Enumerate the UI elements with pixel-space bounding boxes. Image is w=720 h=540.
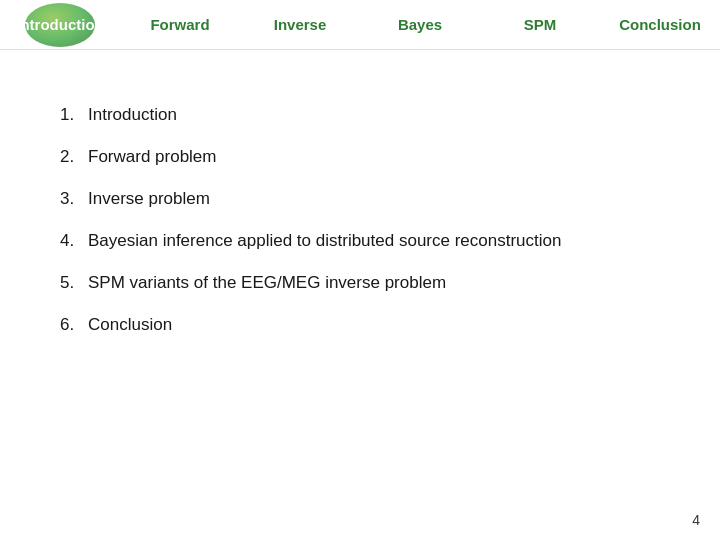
list-item: Inverse problem xyxy=(60,189,660,209)
list-item-text: SPM variants of the EEG/MEG inverse prob… xyxy=(88,273,446,293)
list-item: Introduction xyxy=(60,105,660,125)
page-number: 4 xyxy=(692,512,700,528)
main-content: Introduction Forward problem Inverse pro… xyxy=(0,50,720,377)
outline-list: Introduction Forward problem Inverse pro… xyxy=(60,105,660,335)
list-item-text: Bayesian inference applied to distribute… xyxy=(88,231,561,251)
list-item: Forward problem xyxy=(60,147,660,167)
nav-label-spm: SPM xyxy=(524,16,557,33)
nav-label-forward: Forward xyxy=(150,16,209,33)
nav-label-conclusion: Conclusion xyxy=(619,16,701,33)
navigation-bar: Introduction Forward Inverse Bayes SPM C… xyxy=(0,0,720,50)
nav-item-introduction[interactable]: Introduction xyxy=(0,0,120,49)
list-item: Bayesian inference applied to distribute… xyxy=(60,231,660,251)
list-item-text: Inverse problem xyxy=(88,189,210,209)
list-item: Conclusion xyxy=(60,315,660,335)
nav-item-spm[interactable]: SPM xyxy=(480,0,600,49)
list-item-text: Introduction xyxy=(88,105,177,125)
nav-label-bayes: Bayes xyxy=(398,16,442,33)
nav-label-introduction: Introduction xyxy=(16,16,103,33)
nav-item-conclusion[interactable]: Conclusion xyxy=(600,0,720,49)
nav-item-bayes[interactable]: Bayes xyxy=(360,0,480,49)
nav-item-inverse[interactable]: Inverse xyxy=(240,0,360,49)
nav-item-forward[interactable]: Forward xyxy=(120,0,240,49)
list-item: SPM variants of the EEG/MEG inverse prob… xyxy=(60,273,660,293)
list-item-text: Forward problem xyxy=(88,147,217,167)
nav-label-inverse: Inverse xyxy=(274,16,327,33)
list-item-text: Conclusion xyxy=(88,315,172,335)
